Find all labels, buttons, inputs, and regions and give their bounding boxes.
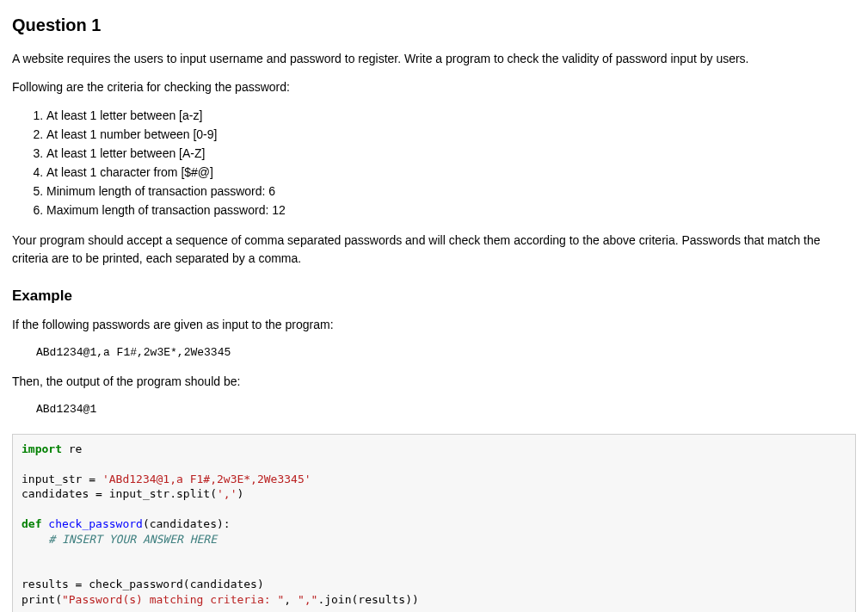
criteria-item: At least 1 letter between [A-Z] — [46, 145, 856, 163]
criteria-item: At least 1 letter between [a-z] — [46, 107, 856, 125]
code-text: input_str = — [22, 473, 102, 485]
example-output: ABd1234@1 — [36, 401, 856, 418]
criteria-item: Maximum length of transaction password: … — [46, 201, 856, 219]
criteria-list: At least 1 letter between [a-z] At least… — [12, 107, 856, 219]
criteria-item: At least 1 character from [$#@] — [46, 164, 856, 182]
code-text: , — [284, 593, 298, 606]
intro-paragraph: A website requires the users to input us… — [12, 50, 856, 68]
question-title: Question 1 — [12, 12, 856, 38]
code-keyword: import — [22, 442, 62, 455]
criteria-item: Minimum length of transaction password: … — [46, 182, 856, 201]
accept-paragraph: Your program should accept a sequence of… — [12, 232, 856, 268]
criteria-lead: Following are the criteria for checking … — [12, 78, 856, 96]
code-string: 'ABd1234@1,a F1#,2w3E*,2We3345' — [102, 473, 311, 485]
code-text: .join(results)) — [317, 593, 418, 606]
code-comment: # INSERT YOUR ANSWER HERE — [22, 533, 217, 546]
code-text: results = check_password(candidates) — [22, 578, 264, 590]
code-string: "Password(s) matching criteria: " — [62, 593, 284, 606]
example-input: ABd1234@1,a F1#,2w3E*,2We3345 — [36, 344, 856, 362]
code-string: "," — [298, 593, 317, 606]
example-output-lead: Then, the output of the program should b… — [12, 373, 856, 391]
code-text: candidates = input_str.split( — [22, 487, 217, 500]
code-cell: import re input_str = 'ABd1234@1,a F1#,2… — [12, 434, 856, 613]
code-function-name: check_password — [48, 517, 143, 530]
code-keyword: def — [22, 517, 41, 530]
criteria-item: At least 1 number between [0-9] — [46, 126, 856, 144]
code-text: print( — [22, 593, 62, 606]
example-heading: Example — [12, 285, 856, 307]
code-string: ',' — [217, 487, 237, 500]
example-input-lead: If the following passwords are given as … — [12, 316, 856, 334]
code-text: (candidates): — [143, 517, 231, 530]
code-text: re — [62, 442, 82, 455]
code-text: ) — [237, 487, 243, 500]
